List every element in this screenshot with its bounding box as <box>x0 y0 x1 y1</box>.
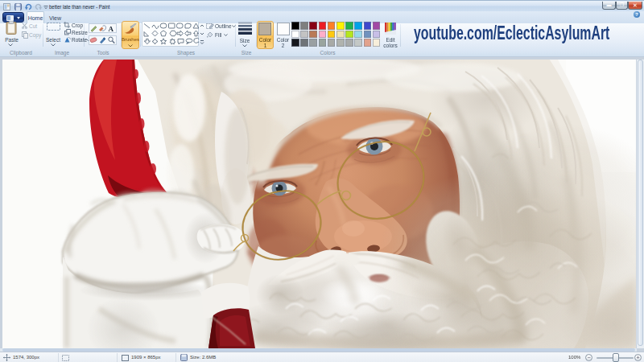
svg-text:A: A <box>109 25 114 33</box>
